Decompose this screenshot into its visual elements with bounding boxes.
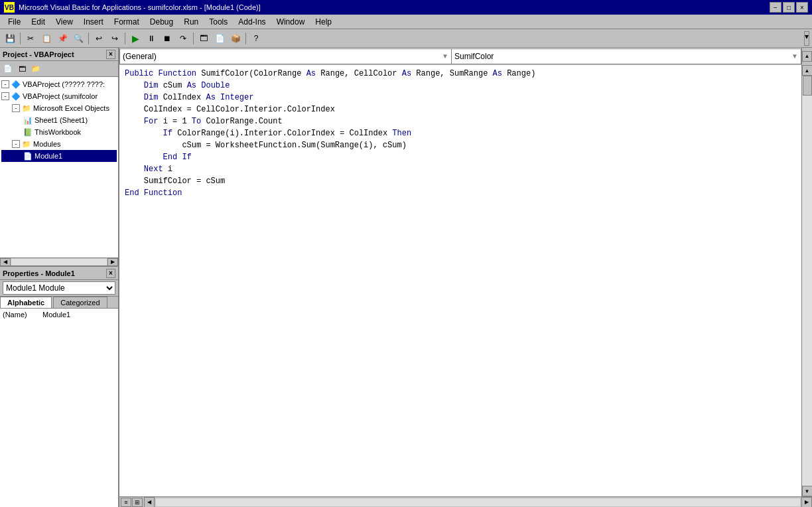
menu-edit[interactable]: Edit — [26, 16, 50, 28]
hscroll-right-btn[interactable]: ▶ — [801, 497, 812, 508]
minimize-button[interactable]: − — [770, 2, 781, 13]
tree-icon-folder: 📁 — [21, 103, 32, 113]
vscroll-track[interactable] — [802, 76, 812, 486]
toolbar-step-btn[interactable]: ↷ — [176, 31, 190, 46]
code-editor-container: Public Function SumifColor(ColorRange As… — [119, 65, 812, 496]
toolbar-userform-btn[interactable]: 🗔 — [196, 31, 211, 46]
toolbar-undo-btn[interactable]: ↩ — [92, 31, 106, 46]
code-toolbar: (General) ▼ SumifColor ▼ ▲ — [119, 48, 812, 65]
menu-debug[interactable]: Debug — [145, 16, 178, 28]
toolbar-run-btn[interactable]: ▶ — [128, 31, 143, 46]
close-button[interactable]: × — [796, 2, 808, 13]
tree-label-sheet1: Sheet1 (Sheet1) — [34, 116, 88, 124]
tree-label-excel-objects: Microsoft Excel Objects — [33, 104, 109, 112]
vscroll-down-btn[interactable]: ▼ — [802, 486, 813, 496]
toolbar: 💾 ✂ 📋 📌 🔍 ↩ ↪ ▶ ⏸ ⏹ ↷ 🗔 📄 📦 ? ▾ — [0, 29, 812, 48]
tree-icon-module1: 📄 — [23, 151, 33, 161]
tree-item-modules[interactable]: - 📁 Modules — [1, 138, 117, 150]
tree-label-modules: Modules — [33, 140, 61, 148]
code-line: cSum = WorksheetFunction.Sum(SumRange(i)… — [125, 139, 796, 151]
toolbar-cut-btn[interactable]: ✂ — [23, 31, 38, 46]
scroll-right-btn[interactable]: ▶ — [107, 258, 118, 266]
toolbar-help-btn[interactable]: ? — [249, 31, 263, 46]
app-icon: VB — [4, 2, 15, 13]
code-editor[interactable]: Public Function SumifColor(ColorRange As… — [119, 65, 801, 496]
toolbar-stop-btn[interactable]: ⏹ — [160, 31, 174, 46]
menu-view[interactable]: View — [50, 16, 78, 28]
tree-item-module1[interactable]: 📄 Module1 — [1, 150, 117, 162]
tree-item-vbaproject2[interactable]: - 🔷 VBAProject (sumifcolor — [1, 90, 117, 102]
title-bar-controls[interactable]: − □ × — [770, 2, 808, 13]
code-line: End If — [125, 151, 796, 163]
menu-tools[interactable]: Tools — [204, 16, 233, 28]
tree-icon-workbook: 📗 — [23, 127, 33, 137]
project-panel-close[interactable]: × — [106, 50, 115, 59]
tree-item-thisworkbook[interactable]: 📗 ThisWorkbook — [1, 126, 117, 138]
tree-expand-2[interactable]: - — [1, 92, 9, 100]
tree-item-sheet1[interactable]: 📊 Sheet1 (Sheet1) — [1, 114, 117, 126]
toolbar-more-btn[interactable]: ▾ — [804, 31, 809, 46]
hscroll-left-btn[interactable]: ◀ — [144, 497, 155, 508]
toolbar-pause-btn[interactable]: ⏸ — [144, 31, 159, 46]
vscroll-up-btn[interactable]: ▲ — [802, 65, 813, 76]
view-form-btn[interactable]: ⊞ — [132, 498, 143, 507]
toolbar-sep-4 — [193, 33, 194, 44]
code-line: ColIndex = CellColor.Interior.ColorIndex — [125, 104, 796, 115]
toolbar-save-btn[interactable]: 💾 — [3, 31, 17, 46]
tree-label-vbaproject2: VBAProject (sumifcolor — [23, 92, 98, 100]
props-label-name: (Name) — [3, 311, 42, 319]
vscroll-thumb[interactable] — [803, 76, 812, 96]
tree-expand-3[interactable]: - — [12, 104, 20, 112]
tree-expand-4[interactable]: - — [12, 140, 20, 148]
title-text: Microsoft Visual Basic for Applications … — [19, 3, 261, 11]
toolbar-redo-btn[interactable]: ↪ — [107, 31, 122, 46]
toolbar-sep-1 — [20, 33, 21, 44]
menu-help[interactable]: Help — [310, 16, 337, 28]
code-line: Dim cSum As Double — [125, 80, 796, 92]
proj-view-obj-btn[interactable]: 🗔 — [15, 63, 29, 75]
code-line: For i = 1 To ColorRange.Count — [125, 115, 796, 127]
scroll-left-btn[interactable]: ◀ — [0, 258, 11, 266]
menu-run[interactable]: Run — [178, 16, 204, 28]
menu-file[interactable]: File — [3, 16, 26, 28]
tree-icon-vba: 🔷 — [11, 79, 21, 90]
toolbar-find-btn[interactable]: 🔍 — [71, 31, 86, 46]
tree-item-vbaproject1[interactable]: - 🔷 VBAProject (????? ????: — [1, 78, 117, 90]
tree-icon-modules: 📁 — [21, 139, 32, 149]
toolbar-module-btn[interactable]: 📄 — [212, 31, 227, 46]
project-scrollbar[interactable]: ◀ ▶ — [0, 257, 118, 265]
toolbar-sep-2 — [88, 33, 89, 44]
menu-addins[interactable]: Add-Ins — [233, 16, 271, 28]
code-line: If ColorRange(i).Interior.ColorIndex = C… — [125, 127, 796, 139]
props-tab-categorized[interactable]: Categorized — [53, 297, 107, 308]
properties-panel: Properties - Module1 × Module1 Module Al… — [0, 267, 118, 507]
code-dropdown-general[interactable]: (General) ▼ — [119, 48, 451, 64]
menu-format[interactable]: Format — [109, 16, 145, 28]
proj-toggle-btn[interactable]: 📁 — [29, 63, 42, 75]
scroll-up-btn[interactable]: ▲ — [802, 51, 812, 62]
code-dropdown-sumifcolor[interactable]: SumifColor ▼ — [451, 48, 801, 64]
toolbar-paste-btn[interactable]: 📌 — [55, 31, 70, 46]
project-panel-toolbar: 📄 🗔 📁 — [0, 61, 118, 77]
view-code-btn[interactable]: ≡ — [121, 498, 131, 507]
toolbar-copy-btn[interactable]: 📋 — [39, 31, 54, 46]
props-tab-alphabetic[interactable]: Alphabetic — [0, 297, 52, 308]
properties-panel-title: Properties - Module1 — [3, 269, 75, 277]
menu-window[interactable]: Window — [271, 16, 310, 28]
toolbar-class-btn[interactable]: 📦 — [228, 31, 243, 46]
scroll-track[interactable] — [11, 259, 107, 265]
props-module-select[interactable]: Module1 Module — [3, 281, 115, 295]
tree-item-excel-objects[interactable]: - 📁 Microsoft Excel Objects — [1, 102, 117, 114]
title-bar-left: VB Microsoft Visual Basic for Applicatio… — [4, 2, 261, 13]
hscroll-track[interactable] — [156, 498, 800, 506]
code-vscrollbar[interactable]: ▲ ▼ — [801, 65, 812, 496]
properties-panel-close[interactable]: × — [106, 269, 115, 278]
code-vscroll-top: ▲ — [801, 48, 812, 65]
code-dropdown-general-arrow: ▼ — [442, 52, 448, 60]
code-line: Dim ColIndex As Integer — [125, 92, 796, 104]
tree-expand-1[interactable]: - — [1, 80, 9, 88]
proj-view-code-btn[interactable]: 📄 — [1, 63, 15, 75]
restore-button[interactable]: □ — [783, 2, 795, 13]
menu-insert[interactable]: Insert — [78, 16, 109, 28]
project-tree: - 🔷 VBAProject (????? ????: - 🔷 VBAProje… — [0, 77, 118, 257]
